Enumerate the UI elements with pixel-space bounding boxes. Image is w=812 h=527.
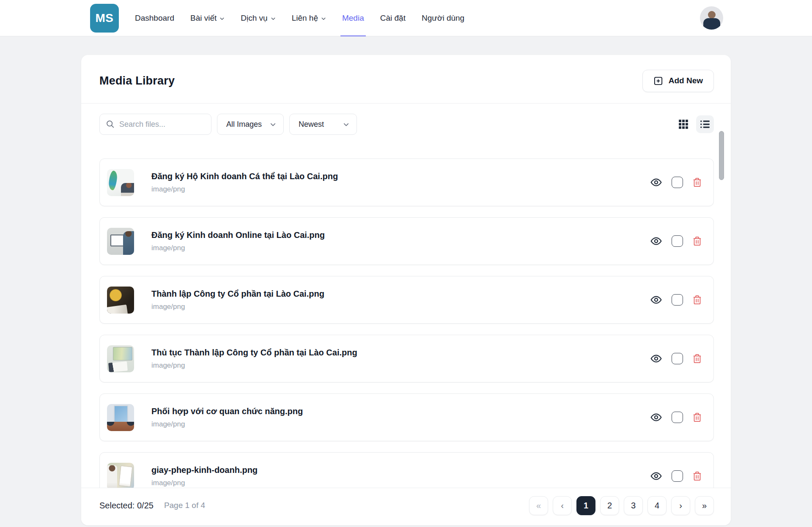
search-icon xyxy=(106,120,115,128)
nav-label: Bài viết xyxy=(190,14,217,23)
nav-item-nguoi-dung[interactable]: Người dùng xyxy=(422,0,464,36)
search-input[interactable] xyxy=(99,114,211,135)
grid-view-icon xyxy=(678,119,689,130)
page-title: Media Library xyxy=(99,74,175,87)
file-name: Thủ tục Thành lập Công ty Cổ phần tại Là… xyxy=(151,347,650,358)
list-view-icon xyxy=(700,119,710,130)
delete-trash-icon[interactable] xyxy=(693,295,702,305)
file-type: image/png xyxy=(151,479,650,487)
file-list: Đăng ký Hộ Kinh doanh Cá thể tại Lào Cai… xyxy=(99,158,714,498)
filter-value: All Images xyxy=(226,120,262,129)
nav-item-bai-viet[interactable]: Bài viết xyxy=(190,0,225,36)
first-page-button[interactable]: « xyxy=(529,496,548,515)
select-checkbox[interactable] xyxy=(672,470,683,482)
file-row: Phối hợp với cơ quan chức năng.png image… xyxy=(99,393,714,441)
grid-view-button[interactable] xyxy=(675,115,692,133)
nav-item-lien-he[interactable]: Liên hệ xyxy=(292,0,326,36)
sort-value: Newest xyxy=(299,120,324,129)
file-thumbnail xyxy=(107,169,134,196)
file-row: Đăng ký Kinh doanh Online tại Lào Cai.pn… xyxy=(99,217,714,265)
select-checkbox[interactable] xyxy=(672,353,683,364)
delete-trash-icon[interactable] xyxy=(693,471,702,481)
sort-dropdown[interactable]: Newest xyxy=(289,114,357,135)
file-type: image/png xyxy=(151,244,650,252)
row-actions xyxy=(650,235,702,247)
file-meta: Đăng ký Hộ Kinh doanh Cá thể tại Lào Cai… xyxy=(151,171,650,194)
file-row: Thủ tục Thành lập Công ty Cổ phần tại Là… xyxy=(99,335,714,382)
prev-page-button[interactable]: ‹ xyxy=(553,496,572,515)
list-view-button[interactable] xyxy=(696,115,714,133)
nav-label: Media xyxy=(342,14,364,23)
search-field-wrap xyxy=(99,114,211,135)
top-navigation-bar: MS Dashboard Bài viết Dịch vụ Liên hệ Me… xyxy=(0,0,812,36)
select-checkbox[interactable] xyxy=(672,177,683,188)
row-actions xyxy=(650,353,702,364)
nav-label: Liên hệ xyxy=(292,14,318,23)
card-footer: Selected: 0/25 Page 1 of 4 « ‹ 1 2 3 4 ›… xyxy=(81,488,731,525)
chevron-down-icon xyxy=(343,121,349,128)
file-type: image/png xyxy=(151,303,650,311)
main-nav: Dashboard Bài viết Dịch vụ Liên hệ Media… xyxy=(135,0,700,36)
select-checkbox[interactable] xyxy=(672,235,683,247)
page-button-2[interactable]: 2 xyxy=(600,496,619,515)
card-header: Media Library Add New xyxy=(99,69,714,92)
file-thumbnail xyxy=(107,228,134,255)
file-thumbnail xyxy=(107,463,134,490)
delete-trash-icon[interactable] xyxy=(693,412,702,422)
nav-item-dich-vu[interactable]: Dịch vụ xyxy=(241,0,275,36)
select-checkbox[interactable] xyxy=(672,294,683,306)
file-thumbnail xyxy=(107,287,134,314)
page-indicator: Page 1 of 4 xyxy=(164,501,205,510)
file-row: Thành lập Công ty Cổ phần tại Lào Cai.pn… xyxy=(99,276,714,324)
preview-eye-icon[interactable] xyxy=(650,294,662,306)
page-button-3[interactable]: 3 xyxy=(624,496,643,515)
row-actions xyxy=(650,470,702,482)
file-name: Đăng ký Kinh doanh Online tại Lào Cai.pn… xyxy=(151,230,650,240)
file-type: image/png xyxy=(151,420,650,429)
add-new-label: Add New xyxy=(669,76,703,85)
chevron-down-icon xyxy=(270,121,276,128)
nav-item-dashboard[interactable]: Dashboard xyxy=(135,0,174,36)
preview-eye-icon[interactable] xyxy=(650,412,662,423)
delete-trash-icon[interactable] xyxy=(693,177,702,187)
row-actions xyxy=(650,412,702,423)
preview-eye-icon[interactable] xyxy=(650,177,662,188)
page-button-1[interactable]: 1 xyxy=(576,496,595,515)
last-page-button[interactable]: » xyxy=(695,496,714,515)
add-new-button[interactable]: Add New xyxy=(642,70,714,92)
file-thumbnail xyxy=(107,345,134,372)
selected-count: Selected: 0/25 xyxy=(99,501,154,511)
row-actions xyxy=(650,294,702,306)
list-scrollbar-thumb[interactable] xyxy=(719,131,724,180)
nav-label: Người dùng xyxy=(422,14,464,23)
file-meta: Đăng ký Kinh doanh Online tại Lào Cai.pn… xyxy=(151,230,650,252)
filter-dropdown[interactable]: All Images xyxy=(217,114,284,135)
delete-trash-icon[interactable] xyxy=(693,236,702,246)
nav-item-cai-dat[interactable]: Cài đặt xyxy=(380,0,406,36)
file-type: image/png xyxy=(151,185,650,194)
nav-item-media[interactable]: Media xyxy=(342,0,364,36)
plus-square-icon xyxy=(653,76,663,86)
chevron-down-icon xyxy=(321,16,326,21)
delete-trash-icon[interactable] xyxy=(693,354,702,363)
chevron-down-icon xyxy=(219,16,225,21)
preview-eye-icon[interactable] xyxy=(650,235,662,247)
nav-label: Dịch vụ xyxy=(241,14,267,23)
file-name: Đăng ký Hộ Kinh doanh Cá thể tại Lào Cai… xyxy=(151,171,650,181)
preview-eye-icon[interactable] xyxy=(650,470,662,482)
app-logo[interactable]: MS xyxy=(90,4,119,33)
page-button-4[interactable]: 4 xyxy=(647,496,667,515)
preview-eye-icon[interactable] xyxy=(650,353,662,364)
nav-label: Cài đặt xyxy=(380,14,406,23)
user-avatar[interactable] xyxy=(700,6,723,30)
file-thumbnail xyxy=(107,404,134,431)
select-checkbox[interactable] xyxy=(672,412,683,423)
file-meta: Phối hợp với cơ quan chức năng.png image… xyxy=(151,406,650,429)
file-type: image/png xyxy=(151,361,650,370)
pagination: « ‹ 1 2 3 4 › » xyxy=(529,496,714,515)
chevron-down-icon xyxy=(271,16,276,21)
file-row: Đăng ký Hộ Kinh doanh Cá thể tại Lào Cai… xyxy=(99,158,714,206)
nav-label: Dashboard xyxy=(135,14,174,23)
next-page-button[interactable]: › xyxy=(671,496,690,515)
file-name: giay-phep-kinh-doanh.png xyxy=(151,465,650,475)
